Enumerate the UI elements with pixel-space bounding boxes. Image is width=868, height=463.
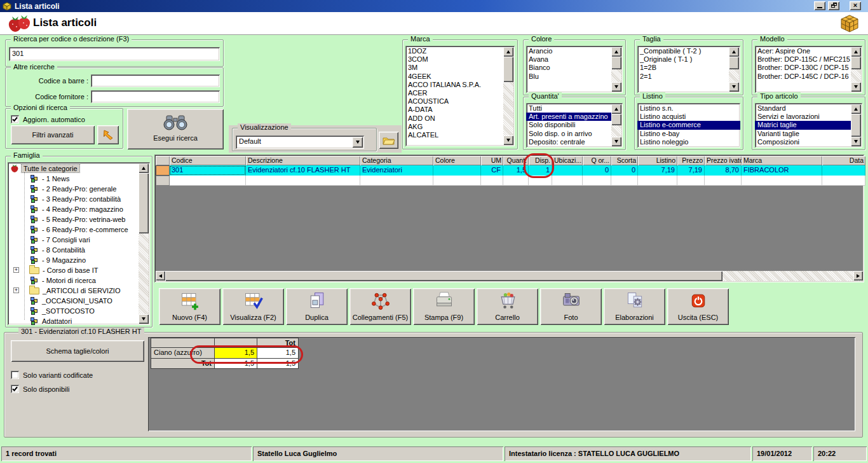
size-color-schema-button[interactable]: Schema taglie/colori: [11, 340, 144, 362]
expand-plus-box[interactable]: +: [13, 287, 19, 293]
table-cell[interactable]: [742, 176, 822, 186]
tree-item[interactable]: +_ARTICOLI di SERVIZIO: [8, 286, 139, 296]
column-header-codice[interactable]: Codice: [170, 156, 246, 165]
table-cell[interactable]: [529, 176, 552, 186]
list-item[interactable]: ADD ON: [405, 114, 503, 123]
tree-item[interactable]: +- Corso di base IT: [8, 265, 139, 275]
column-header-scorta[interactable]: Scorta: [611, 156, 638, 165]
list-item[interactable]: ACER: [405, 89, 503, 97]
column-header-ubicazi-[interactable]: Ubicazi...: [552, 156, 583, 165]
table-cell[interactable]: [503, 176, 529, 186]
view-select[interactable]: Default: [236, 135, 364, 149]
table-cell[interactable]: 1,5: [503, 165, 529, 176]
action-button-duplica[interactable]: Duplica: [286, 288, 348, 325]
list-item[interactable]: A-DATA: [405, 106, 503, 114]
column-header-categoria[interactable]: Categoria: [360, 156, 433, 165]
table-cell[interactable]: [433, 165, 481, 176]
list-item[interactable]: Avana: [526, 55, 611, 64]
scroll-up-button[interactable]: [503, 47, 513, 57]
table-cell[interactable]: [583, 176, 611, 186]
tree-item[interactable]: - 6 Ready-Pro: e-commerce: [8, 225, 139, 235]
vertical-scrollbar[interactable]: [611, 104, 621, 146]
scroll-up-button[interactable]: [611, 104, 621, 114]
list-item[interactable]: Listino noleggio: [637, 138, 740, 146]
scroll-up-button[interactable]: [851, 104, 861, 114]
scroll-right-button[interactable]: [853, 271, 863, 280]
grid-value-cell[interactable]: 1,5: [215, 359, 257, 369]
list-item[interactable]: Solo disponibili: [526, 121, 611, 129]
quantity-listbox[interactable]: TuttiArt. presenti a magazzinoSolo dispo…: [526, 103, 623, 148]
table-cell[interactable]: 301: [170, 165, 246, 176]
list-item[interactable]: 2=1: [637, 73, 729, 81]
scroll-down-button[interactable]: [611, 82, 621, 92]
column-header-descrizione[interactable]: Descrizione: [246, 156, 360, 165]
tree-item[interactable]: - Motori di ricerca: [8, 275, 139, 286]
list-item[interactable]: Brother: DCP-115C / MFC215: [755, 55, 851, 64]
execute-search-button[interactable]: Esegui ricerca: [127, 109, 224, 149]
vertical-scrollbar[interactable]: [611, 47, 621, 92]
list-item[interactable]: Blu: [526, 73, 611, 81]
package-cube-icon[interactable]: [840, 14, 859, 33]
scroll-down-button[interactable]: [139, 314, 149, 324]
table-cell[interactable]: [552, 165, 583, 176]
brand-listbox[interactable]: 1DOZ3COM3M4GEEKACCO ITALIANA S.P.A.ACERA…: [405, 46, 515, 146]
scroll-down-button[interactable]: [503, 135, 513, 145]
advanced-filters-button[interactable]: Filtri avanzati: [11, 125, 95, 144]
list-item[interactable]: _Compatibile ( T-2 ): [637, 47, 729, 55]
table-cell[interactable]: 1: [529, 165, 552, 176]
only-available-checkbox[interactable]: Solo disponibili: [11, 385, 69, 393]
table-cell[interactable]: [638, 176, 677, 186]
list-item[interactable]: 1=2B: [637, 64, 729, 72]
column-header-q-or-[interactable]: Q or...: [583, 156, 611, 165]
scroll-thumb[interactable]: [851, 114, 861, 137]
view-folder-button[interactable]: [379, 132, 398, 149]
column-header-prezzo[interactable]: Prezzo: [677, 156, 705, 165]
list-item[interactable]: _Originale ( T-1 ): [637, 55, 729, 64]
family-tree-scrollbar[interactable]: [139, 163, 149, 324]
column-header-um[interactable]: UM: [481, 156, 503, 165]
scroll-thumb[interactable]: [139, 173, 149, 233]
model-listbox[interactable]: Acer: Aspire OneBrother: DCP-115C / MFC2…: [755, 46, 862, 93]
table-cell[interactable]: [170, 176, 246, 186]
table-cell[interactable]: FIBRACOLOR: [742, 165, 822, 176]
scroll-left-button[interactable]: [156, 271, 165, 280]
scroll-down-button[interactable]: [851, 82, 861, 92]
list-item[interactable]: AKG: [405, 123, 503, 131]
supplier-code-input[interactable]: [91, 90, 220, 103]
scroll-down-button[interactable]: [611, 137, 621, 146]
list-item[interactable]: Acer: Aspire One: [755, 47, 851, 55]
action-button-visualizza-f2-[interactable]: Visualizza (F2): [222, 288, 284, 325]
column-header-marca[interactable]: Marca: [742, 156, 822, 165]
list-item[interactable]: 1DOZ: [405, 47, 503, 55]
table-row[interactable]: 301Evidenziatori cf.10 FLASHER HTEvidenz…: [156, 165, 863, 176]
action-button-nuovo-f4-[interactable]: Nuovo (F4): [159, 288, 220, 325]
action-button-collegamenti-f5-[interactable]: Collegamenti (F5): [349, 288, 411, 325]
scroll-thumb[interactable]: [729, 57, 739, 69]
list-item[interactable]: Brother: DCP-130C / DCP-15: [755, 64, 851, 72]
table-cell[interactable]: [822, 176, 865, 186]
scroll-up-button[interactable]: [729, 47, 739, 57]
column-header-prezzo-ivato[interactable]: Prezzo ivato: [705, 156, 742, 165]
table-cell[interactable]: [433, 176, 481, 186]
view-dropdown-button[interactable]: [352, 137, 363, 148]
table-cell[interactable]: 7,19: [638, 165, 677, 176]
scroll-thumb[interactable]: [611, 114, 621, 125]
scroll-thumb[interactable]: [851, 57, 861, 69]
table-empty-row[interactable]: [156, 176, 863, 186]
tree-item[interactable]: - 3 Ready-Pro: contabilità: [8, 194, 139, 204]
list-item[interactable]: Solo disp. o in arrivo: [526, 130, 611, 138]
table-cell[interactable]: [677, 176, 705, 186]
action-button-elaborazioni[interactable]: Elaborazioni: [604, 288, 665, 325]
action-button-foto[interactable]: Foto: [540, 288, 602, 325]
vertical-scrollbar[interactable]: [851, 104, 861, 146]
action-button-carrello[interactable]: Carrello: [477, 288, 538, 325]
table-cell[interactable]: Evidenziatori: [360, 165, 433, 176]
list-item[interactable]: Art. presenti a magazzino: [526, 113, 611, 121]
tree-item[interactable]: _SOTTOCOSTO: [8, 306, 139, 316]
list-item[interactable]: Matrici taglie: [755, 121, 851, 129]
list-item[interactable]: ACOUSTICA: [405, 97, 503, 106]
pricelist-listbox[interactable]: Listino s.n.Listino acquistiListino e-co…: [637, 103, 740, 148]
list-item[interactable]: Varianti taglie: [755, 130, 851, 138]
table-cell[interactable]: [360, 176, 433, 186]
column-header-colore[interactable]: Colore: [433, 156, 481, 165]
